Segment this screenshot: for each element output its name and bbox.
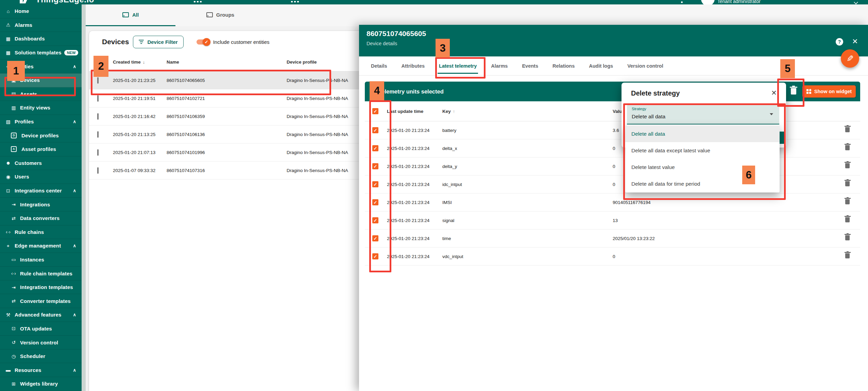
- sidebar-item-version-control[interactable]: ↺ Version control: [0, 336, 82, 350]
- telemetry-table-row[interactable]: 2025-01-20 21:23:24 idc_intput 0: [365, 175, 860, 193]
- sidebar-item-alarms[interactable]: ⚠ Alarms: [0, 18, 82, 32]
- row-checkbox[interactable]: [97, 95, 99, 102]
- row-checkbox[interactable]: [97, 149, 99, 156]
- telemetry-table-row[interactable]: 2025-01-20 21:23:24 vdc_intput 0: [365, 248, 860, 266]
- strategy-option[interactable]: Delete all data: [625, 125, 780, 142]
- delete-row-button[interactable]: [845, 145, 860, 151]
- sidebar-item-rule-chain-templates[interactable]: ‹·› Rule chain templates: [0, 267, 82, 280]
- sidebar-item-asset-profiles[interactable]: A Asset profiles: [0, 142, 82, 156]
- details-tab-attributes[interactable]: Attributes: [394, 56, 432, 75]
- sidebar-item-resources[interactable]: ▬ Resources ∧: [0, 363, 82, 377]
- row-checkbox[interactable]: [372, 163, 378, 169]
- sidebar-item-profiles[interactable]: ▧ Profiles ∧: [0, 115, 82, 129]
- row-checkbox[interactable]: [97, 167, 99, 174]
- sidebar-item-edge-management[interactable]: ⌖ Edge management ∧: [0, 239, 82, 253]
- row-checkbox[interactable]: [97, 113, 99, 120]
- delete-row-button[interactable]: [845, 163, 860, 169]
- sidebar-item-instances[interactable]: ▭ Instances: [0, 253, 82, 267]
- delete-row-button[interactable]: [845, 235, 860, 241]
- row-checkbox[interactable]: [372, 217, 378, 223]
- details-tab-relations[interactable]: Relations: [545, 56, 582, 75]
- sidebar-item-integrations-center[interactable]: ⊡ Integrations center ∧: [0, 184, 82, 198]
- sidebar-item-entities[interactable]: ◇ Entities ∧: [0, 60, 82, 73]
- sidebar-item-rule-chains[interactable]: ‹·› Rule chains: [0, 225, 82, 239]
- device-table-row[interactable]: 2025-01-20 21:23:25 860751074065605 Drag…: [89, 71, 376, 89]
- column-created-time[interactable]: Created time↓: [113, 60, 167, 65]
- show-on-widget-button[interactable]: Show on widget: [802, 85, 856, 98]
- details-tab-latest-telemetry[interactable]: Latest telemetry: [432, 56, 484, 75]
- sidebar-item-integrations[interactable]: ⇥ Integrations: [0, 198, 82, 211]
- sidebar-item-devices[interactable]: ▣ Devices: [0, 73, 82, 87]
- strategy-option[interactable]: Delete all data except latest value: [625, 142, 780, 159]
- dialog-close-icon[interactable]: ✕: [771, 89, 777, 97]
- device-filter-button[interactable]: Device Filter: [133, 36, 183, 48]
- delete-row-button[interactable]: [845, 253, 860, 259]
- device-table-row[interactable]: 2025-01-07 09:33:32 860751074107316 Drag…: [89, 162, 376, 180]
- details-tab-events[interactable]: Events: [515, 56, 545, 75]
- cell-name: 860751074106136: [167, 132, 287, 137]
- avatar[interactable]: [701, 0, 715, 4]
- sidebar-item-device-profiles[interactable]: D Device profiles: [0, 129, 82, 142]
- column-key[interactable]: Key↑: [442, 109, 613, 114]
- details-tab-details[interactable]: Details: [364, 56, 394, 75]
- close-icon[interactable]: ✕: [852, 37, 858, 46]
- row-checkbox[interactable]: [97, 131, 99, 138]
- help-icon[interactable]: ?: [836, 38, 843, 46]
- details-tab-version-control[interactable]: Version control: [620, 56, 670, 75]
- select-all-checkbox[interactable]: [372, 108, 378, 114]
- sidebar-item-users[interactable]: ◉ Users: [0, 170, 82, 184]
- sidebar-item-ota-updates[interactable]: ⊡ OTA updates: [0, 322, 82, 336]
- delete-row-button[interactable]: [845, 217, 860, 223]
- delete-row-button[interactable]: [845, 127, 860, 133]
- edit-fab-button[interactable]: ✎: [841, 49, 859, 68]
- delete-telemetry-button[interactable]: [791, 88, 796, 96]
- sidebar-item-entity-views[interactable]: ▥ Entity views: [0, 101, 82, 115]
- sidebar-item-dashboards[interactable]: ▦ Dashboards: [0, 32, 82, 46]
- sidebar-item-home[interactable]: ⌂ Home: [0, 4, 82, 18]
- delete-row-button[interactable]: [845, 199, 860, 205]
- strategy-select[interactable]: Strategy Delete all data: [627, 104, 779, 124]
- telemetry-table-row[interactable]: 2025-01-20 21:23:24 signal 13: [365, 211, 860, 230]
- toolbar-grid-icon[interactable]: [194, 1, 202, 2]
- strategy-option[interactable]: Delete latest value: [625, 159, 780, 175]
- telemetry-table-row[interactable]: 2025-01-20 21:23:24 delta_y 0: [365, 157, 860, 175]
- row-checkbox[interactable]: [372, 235, 378, 241]
- delete-row-button[interactable]: [845, 181, 860, 187]
- help-icon[interactable]: [681, 1, 683, 3]
- telemetry-table-row[interactable]: 2025-01-20 21:23:24 time 2025/01/20 13:2…: [365, 230, 860, 248]
- row-checkbox[interactable]: [372, 145, 378, 151]
- column-last-update-time[interactable]: Last update time: [387, 109, 442, 114]
- toggle-label: Include customer entities: [213, 39, 270, 45]
- device-table-row[interactable]: 2025-01-20 21:07:13 860751074101996 Drag…: [89, 143, 376, 162]
- chevron-down-icon[interactable]: [854, 0, 858, 4]
- row-checkbox[interactable]: [372, 199, 378, 205]
- details-tab-alarms[interactable]: Alarms: [484, 56, 515, 75]
- column-name[interactable]: Name: [167, 60, 287, 65]
- row-checkbox[interactable]: [372, 127, 378, 133]
- sidebar-item-scheduler[interactable]: ◷ Scheduler: [0, 350, 82, 363]
- resources-icon: ▬: [5, 368, 12, 372]
- sidebar-item-widgets-library[interactable]: ⊞ Widgets library: [0, 377, 82, 391]
- converter-templates-icon: ⇄: [10, 299, 17, 303]
- sidebar-item-assets[interactable]: ▤ Assets: [0, 87, 82, 101]
- sidebar-item-solution-templates[interactable]: ▩ Solution templates NEW: [0, 46, 82, 60]
- include-customer-entities-toggle[interactable]: [197, 39, 209, 45]
- toolbar-grid-icon[interactable]: [291, 1, 299, 2]
- sidebar-item-integration-templates[interactable]: ⇥ Integration templates: [0, 280, 82, 294]
- device-table-row[interactable]: 2025-01-20 21:19:51 860751074102721 Drag…: [89, 89, 376, 107]
- device-table-row[interactable]: 2025-01-20 21:13:25 860751074106136 Drag…: [89, 125, 376, 143]
- row-checkbox[interactable]: [372, 181, 378, 187]
- details-tab-audit-logs[interactable]: Audit logs: [582, 56, 620, 75]
- sidebar-scrollbar[interactable]: [82, 4, 86, 391]
- sidebar-item-advanced-features[interactable]: ⚒ Advanced features ∧: [0, 308, 82, 322]
- sidebar-item-converter-templates[interactable]: ⇄ Converter templates: [0, 294, 82, 308]
- device-table-row[interactable]: 2025-01-20 21:16:42 860751074106359 Drag…: [89, 107, 376, 125]
- tab-all[interactable]: All: [86, 4, 175, 25]
- telemetry-table-row[interactable]: 2025-01-20 21:23:24 IMSI 901405116776194: [365, 193, 860, 211]
- sidebar-item-data-converters[interactable]: ⇄ Data converters: [0, 211, 82, 225]
- tab-groups[interactable]: Groups: [175, 4, 265, 25]
- row-checkbox[interactable]: [97, 77, 99, 84]
- sidebar-item-customers[interactable]: ☻ Customers: [0, 156, 82, 170]
- strategy-option[interactable]: Delete all data for time period: [625, 175, 780, 192]
- row-checkbox[interactable]: [372, 253, 378, 259]
